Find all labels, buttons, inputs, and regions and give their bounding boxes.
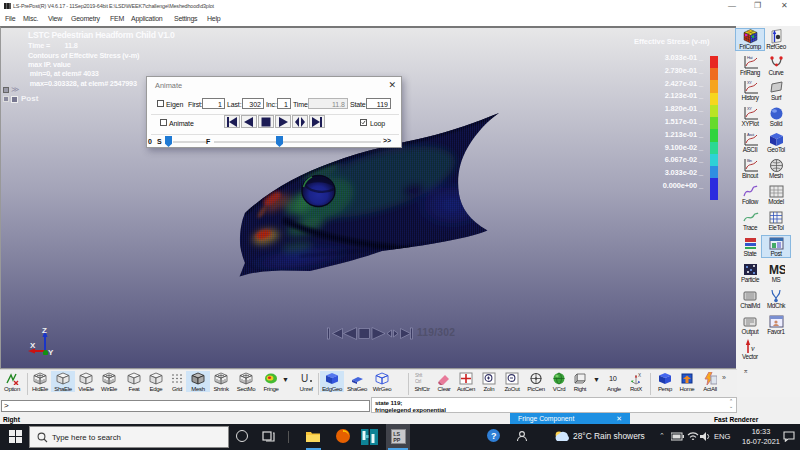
svg-text:Shft: Shft [415,373,423,378]
svg-text:10: 10 [609,374,617,383]
svg-text:v: v [751,344,755,353]
svg-text:Ctrl: Ctrl [415,379,421,384]
svg-text:U: U [301,373,308,384]
svg-text:Ascii: Ascii [747,132,754,137]
svg-text:Z: Z [42,326,47,335]
svg-text:?: ? [491,431,497,441]
svg-text:Bin: Bin [747,158,752,163]
svg-text:XY: XY [747,106,752,111]
svg-text:PP: PP [393,437,401,443]
svg-text:Y: Y [48,348,54,355]
svg-text:XY: XY [747,80,752,85]
svg-text:X: X [638,373,641,378]
svg-text:Hat: Hat [747,55,753,60]
svg-text:MS: MS [769,263,785,277]
svg-text:X: X [30,341,36,350]
